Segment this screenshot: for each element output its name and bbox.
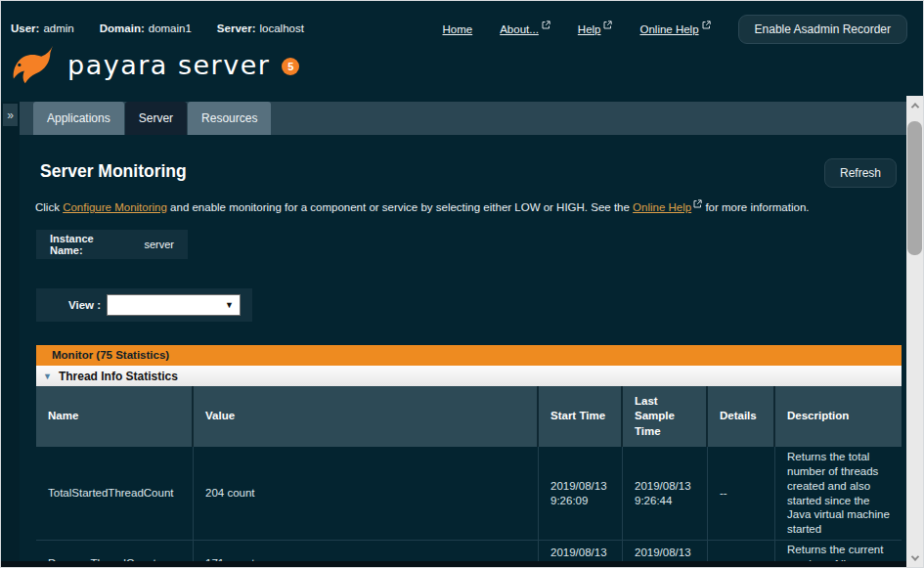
chevron-up-icon — [910, 103, 918, 110]
refresh-button[interactable]: Refresh — [824, 158, 897, 188]
select-arrow-icon: ▼ — [225, 300, 234, 310]
collapsed-sidebar: » — [1, 102, 20, 567]
column-header-last-sample-time: Last Sample Time — [623, 386, 708, 447]
view-panel: View : ▼ — [36, 288, 252, 322]
online-help-link-label: Online Help — [639, 23, 698, 35]
tab-applications[interactable]: Applications — [33, 102, 124, 135]
online-help-inline-label: Online Help — [633, 201, 691, 213]
user-value: admin — [43, 22, 73, 34]
view-select[interactable]: ▼ — [107, 294, 241, 316]
logo-wordmark: payara server — [67, 50, 270, 80]
session-info: User:admin Domain:domain1 Server:localho… — [11, 22, 304, 34]
instance-name-value: server — [144, 239, 174, 250]
main-tabbar: Applications Server Resources — [20, 102, 906, 135]
server-label: Server: — [217, 22, 256, 34]
intro-mid: and enable monitoring for a component or… — [167, 201, 633, 213]
view-label: View : — [42, 299, 101, 311]
page-title: Server Monitoring — [40, 161, 187, 182]
sidebar-expand-icon[interactable]: » — [3, 104, 18, 126]
tab-resources[interactable]: Resources — [188, 102, 271, 135]
logo-version-badge: 5 — [282, 58, 299, 75]
monitor-statistics-bar: Monitor (75 Statistics) — [36, 345, 902, 366]
external-link-icon — [603, 21, 612, 29]
column-header-name: Name — [36, 386, 194, 447]
intro-post: for more information. — [702, 201, 809, 213]
instance-name-panel: Instance Name: server — [36, 230, 188, 259]
column-header-value: Value — [194, 386, 539, 447]
home-link[interactable]: Home — [443, 23, 473, 35]
chevron-down-icon — [910, 552, 918, 560]
payara-fish-icon — [11, 44, 56, 85]
scroll-up-button[interactable] — [906, 98, 923, 112]
column-header-description: Description — [775, 386, 902, 447]
session-server: Server:localhost — [217, 22, 304, 34]
column-header-details: Details — [708, 386, 775, 447]
help-link-label: Help — [578, 23, 601, 35]
help-link[interactable]: Help — [578, 23, 613, 35]
external-link-icon — [542, 21, 550, 29]
domain-label: Domain: — [100, 22, 145, 34]
external-link-icon — [702, 21, 711, 29]
header-links: Home About... Help Online Help Enable As… — [443, 15, 908, 44]
intro-text: Click Configure Monitoring and enable mo… — [35, 199, 864, 215]
server-value: localhost — [260, 22, 304, 34]
cell-details: -- — [708, 447, 775, 540]
cell-start-time: 2019/08/13 9:26:09 — [539, 447, 623, 540]
cell-last-sample-time: 2019/08/13 9:26:44 — [623, 447, 708, 540]
window-bottom-edge — [1, 561, 923, 567]
cell-value: 204 count — [194, 447, 539, 540]
thread-info-section-header[interactable]: ▼ Thread Info Statistics — [36, 366, 902, 386]
collapse-triangle-icon[interactable]: ▼ — [43, 371, 52, 381]
external-link-icon — [693, 199, 702, 208]
thread-info-section-title: Thread Info Statistics — [59, 370, 178, 383]
cell-description: Returns the total number of threads crea… — [775, 447, 902, 540]
cell-name: TotalStartedThreadCount — [36, 447, 194, 540]
configure-monitoring-link[interactable]: Configure Monitoring — [63, 201, 167, 213]
table-header-row: Name Value Start Time Last Sample Time D… — [36, 386, 902, 447]
table-row: TotalStartedThreadCount 204 count 2019/0… — [36, 447, 902, 541]
intro-pre: Click — [35, 201, 63, 213]
about-link[interactable]: About... — [500, 23, 550, 35]
scrollbar-thumb[interactable] — [907, 121, 922, 255]
session-domain: Domain:domain1 — [100, 22, 192, 34]
statistics-table: Name Value Start Time Last Sample Time D… — [36, 386, 902, 568]
tab-group: Applications Server Resources — [33, 102, 272, 135]
tab-server[interactable]: Server — [125, 102, 187, 135]
home-link-label: Home — [443, 23, 473, 35]
vertical-scrollbar[interactable] — [906, 96, 923, 567]
domain-value: domain1 — [149, 22, 192, 34]
about-link-label: About... — [500, 23, 539, 35]
column-header-start-time: Start Time — [539, 386, 623, 447]
payara-logo: payara server 5 — [11, 44, 299, 85]
session-user: User:admin — [11, 22, 74, 34]
instance-name-label: Instance Name: — [50, 233, 124, 256]
user-label: User: — [11, 22, 39, 34]
payara-admin-console: User:admin Domain:domain1 Server:localho… — [0, 0, 924, 568]
online-help-link[interactable]: Online Help — [639, 23, 710, 35]
enable-asadmin-recorder-button[interactable]: Enable Asadmin Recorder — [738, 15, 907, 44]
online-help-inline-link[interactable]: Online Help — [633, 201, 702, 213]
scroll-down-button[interactable] — [906, 550, 923, 565]
